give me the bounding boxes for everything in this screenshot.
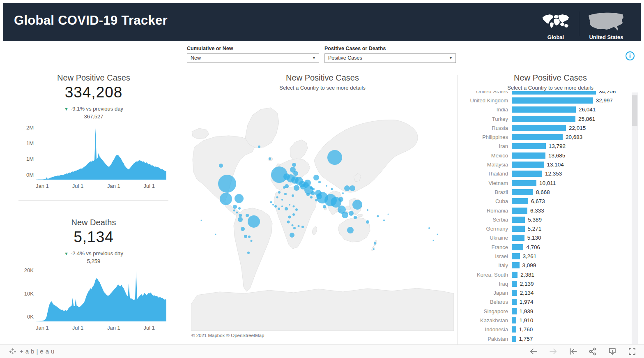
- map-bubble[interactable]: [248, 215, 260, 228]
- redo-button[interactable]: [549, 347, 558, 356]
- map-bubble[interactable]: [290, 233, 294, 238]
- country-bar[interactable]: [512, 281, 517, 287]
- country-row[interactable]: Serbia5,389: [460, 215, 629, 224]
- map-bubble[interactable]: [310, 187, 313, 189]
- country-row[interactable]: Malaysia13,104: [460, 160, 629, 169]
- country-bar[interactable]: [512, 317, 516, 323]
- country-bar[interactable]: [512, 171, 542, 177]
- map-bubble[interactable]: [272, 204, 274, 206]
- map-bubble[interactable]: [354, 216, 357, 219]
- download-icon[interactable]: [608, 347, 617, 356]
- country-bar[interactable]: [512, 290, 517, 296]
- country-row[interactable]: Iraq2,139: [460, 279, 629, 288]
- map-bubble[interactable]: [233, 205, 237, 209]
- map-bubble[interactable]: [310, 196, 313, 199]
- world-map[interactable]: [191, 99, 454, 331]
- map-bubble[interactable]: [238, 217, 243, 222]
- map-bubble[interactable]: [270, 201, 272, 203]
- map-bubble[interactable]: [374, 242, 376, 245]
- map-bubble[interactable]: [292, 163, 296, 167]
- country-bar[interactable]: [512, 198, 528, 204]
- map-bubble[interactable]: [350, 185, 355, 191]
- cumulative-or-new-select[interactable]: New ▼: [187, 53, 319, 63]
- map-bubble[interactable]: [338, 197, 343, 202]
- map-bubble[interactable]: [292, 213, 295, 216]
- map-bubble[interactable]: [313, 175, 319, 180]
- country-row[interactable]: Singapore1,939: [460, 307, 629, 316]
- country-row[interactable]: Belarus1,974: [460, 298, 629, 307]
- scrollbar-thumb[interactable]: [632, 95, 637, 126]
- share-icon[interactable]: [588, 347, 597, 356]
- country-bar[interactable]: [512, 217, 525, 223]
- map-bubble[interactable]: [366, 220, 369, 224]
- map-bubble[interactable]: [241, 227, 245, 231]
- map-bubble[interactable]: [278, 208, 280, 210]
- map-bubble[interactable]: [288, 216, 291, 219]
- country-bar[interactable]: [512, 162, 544, 168]
- map-bubble[interactable]: [347, 227, 354, 233]
- map-bubble[interactable]: [293, 227, 296, 229]
- country-bar[interactable]: [512, 180, 536, 186]
- area-series[interactable]: [36, 271, 166, 321]
- country-row[interactable]: Germany5,271: [460, 224, 629, 233]
- fullscreen-icon[interactable]: [628, 347, 637, 356]
- country-row[interactable]: Turkey25,861: [460, 114, 629, 123]
- map-bubble[interactable]: [367, 209, 368, 211]
- map-bubble[interactable]: [274, 205, 277, 208]
- map-bubble[interactable]: [293, 171, 298, 176]
- country-bar[interactable]: [512, 326, 516, 333]
- map-bubble[interactable]: [388, 214, 389, 215]
- map-bubble[interactable]: [233, 210, 235, 212]
- country-row[interactable]: India26,041: [460, 105, 629, 114]
- map-bubble[interactable]: [349, 211, 354, 216]
- country-bar[interactable]: [512, 134, 563, 140]
- area-series[interactable]: [36, 128, 166, 180]
- map-bubble[interactable]: [428, 227, 430, 229]
- map-bubble[interactable]: [258, 146, 260, 148]
- nav-item-united-states[interactable]: United States: [582, 7, 630, 41]
- country-bar[interactable]: [512, 299, 517, 305]
- map-bubble[interactable]: [373, 248, 375, 250]
- map-bubble[interactable]: [437, 234, 438, 235]
- country-bar[interactable]: [512, 116, 575, 122]
- map-bubble[interactable]: [247, 252, 250, 254]
- map-bubble[interactable]: [289, 204, 290, 206]
- country-bar[interactable]: [512, 244, 523, 250]
- map-bubble[interactable]: [219, 164, 223, 168]
- map-bubble[interactable]: [238, 207, 241, 210]
- country-row[interactable]: Cuba6,673: [460, 197, 629, 206]
- country-row[interactable]: Indonesia1,760: [460, 325, 629, 334]
- country-row[interactable]: Iran13,792: [460, 142, 629, 151]
- country-bar[interactable]: [512, 262, 520, 268]
- country-bar[interactable]: [512, 152, 545, 159]
- map-bubble[interactable]: [236, 212, 238, 214]
- map-bubble[interactable]: [239, 214, 242, 217]
- country-row[interactable]: Romania6,333: [460, 206, 629, 215]
- map-bubble[interactable]: [326, 185, 327, 187]
- map-bubble[interactable]: [331, 188, 333, 190]
- map-bubble[interactable]: [276, 196, 278, 199]
- undo-button[interactable]: [529, 347, 538, 356]
- map-bubble[interactable]: [285, 207, 288, 210]
- map-bubble[interactable]: [301, 226, 304, 228]
- country-bar[interactable]: [512, 143, 546, 149]
- country-row[interactable]: Philippines20,683: [460, 132, 629, 141]
- map-bubble[interactable]: [287, 221, 290, 224]
- map-bubble[interactable]: [215, 234, 216, 235]
- map-bubble[interactable]: [235, 194, 244, 203]
- map-bubble[interactable]: [318, 181, 321, 183]
- map-bubble[interactable]: [284, 193, 287, 195]
- country-row[interactable]: Russia22,015: [460, 123, 629, 132]
- country-bar[interactable]: [512, 97, 593, 104]
- map-bubble[interactable]: [312, 188, 315, 190]
- map-bubble[interactable]: [293, 206, 295, 208]
- map-bubble[interactable]: [327, 150, 342, 165]
- country-row[interactable]: Vietnam10,011: [460, 178, 629, 187]
- map-bubble[interactable]: [218, 175, 236, 193]
- map-bubble[interactable]: [295, 208, 298, 211]
- country-row[interactable]: United Kingdom32,997: [460, 96, 629, 105]
- map-bubble[interactable]: [383, 219, 385, 221]
- map-bubble[interactable]: [377, 215, 379, 217]
- map-bubble[interactable]: [246, 214, 249, 217]
- country-row[interactable]: Italy3,099: [460, 261, 629, 270]
